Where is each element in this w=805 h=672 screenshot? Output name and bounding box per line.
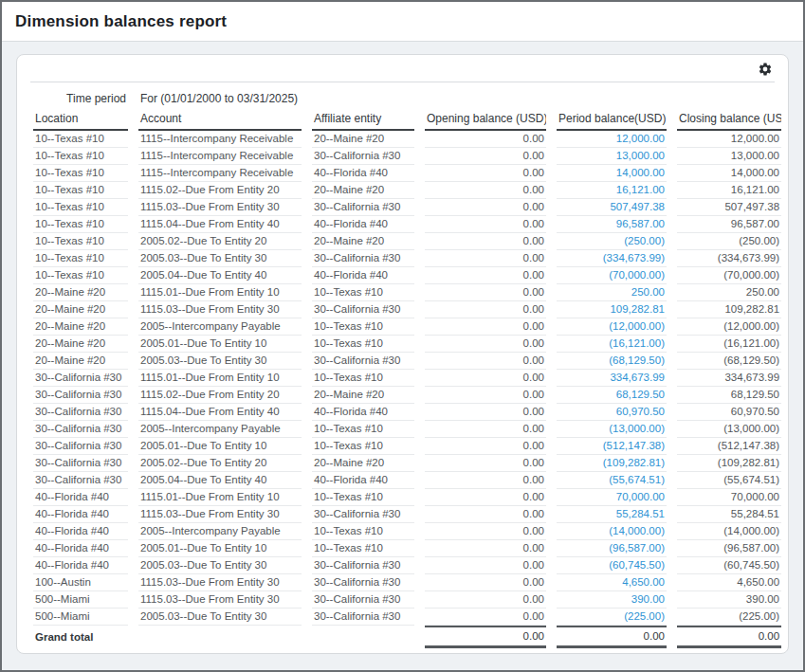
period-balance-link[interactable]: (334,673.99) bbox=[557, 250, 667, 267]
closing-balance-cell: (70,000.00) bbox=[677, 267, 781, 284]
period-balance-link[interactable]: (96,587.00) bbox=[557, 540, 667, 557]
affiliate-entity-cell: 30--California #30 bbox=[312, 506, 414, 523]
account-cell: 1115.04--Due From Entity 40 bbox=[138, 216, 302, 233]
period-balance-link[interactable]: 390.00 bbox=[557, 591, 667, 608]
period-balance-link[interactable]: (250.00) bbox=[557, 233, 667, 250]
period-balance-link[interactable]: 68,129.50 bbox=[557, 387, 667, 404]
period-balance-link[interactable]: 13,000.00 bbox=[557, 148, 667, 165]
time-period-value: For (01/01/2000 to 03/31/2025) bbox=[138, 88, 781, 110]
column-header-row: Location Account Affiliate entity Openin… bbox=[33, 110, 781, 131]
opening-balance-cell: 0.00 bbox=[425, 455, 546, 472]
table-row: 100--Austin1115.03--Due From Entity 3030… bbox=[33, 574, 781, 591]
account-cell: 2005.01--Due To Entity 10 bbox=[138, 336, 302, 353]
period-balance-link[interactable]: 334,673.99 bbox=[557, 370, 667, 387]
title-bar: Dimension balances report bbox=[2, 2, 803, 42]
account-cell: 2005--Intercompany Payable bbox=[138, 421, 302, 438]
period-balance-link[interactable]: 14,000.00 bbox=[557, 165, 667, 182]
table-row: 500--Miami2005.03--Due To Entity 3030--C… bbox=[33, 608, 781, 626]
account-cell: 2005.04--Due To Entity 40 bbox=[138, 472, 302, 489]
table-row: 20--Maine #201115.03--Due From Entity 30… bbox=[33, 301, 781, 318]
period-balance-link[interactable]: (109,282.81) bbox=[557, 455, 667, 472]
period-balance-link[interactable]: 507,497.38 bbox=[557, 199, 667, 216]
closing-balance-cell: 12,000.00 bbox=[677, 131, 781, 148]
table-row: 30--California #301115.02--Due From Enti… bbox=[33, 387, 781, 404]
opening-balance-cell: 0.00 bbox=[425, 336, 546, 353]
affiliate-entity-cell: 10--Texas #10 bbox=[312, 421, 414, 438]
time-period-row: Time period For (01/01/2000 to 03/31/202… bbox=[33, 88, 781, 110]
period-balance-link[interactable]: (225.00) bbox=[557, 608, 667, 626]
table-row: 20--Maine #202005--Intercompany Payable1… bbox=[33, 318, 781, 336]
time-period-label: Time period bbox=[33, 88, 128, 110]
location-cell: 40--Florida #40 bbox=[33, 523, 128, 540]
affiliate-entity-cell: 30--California #30 bbox=[312, 557, 414, 574]
period-balance-link[interactable]: 109,282.81 bbox=[557, 301, 667, 318]
table-row: 10--Texas #102005.04--Due To Entity 4040… bbox=[33, 267, 781, 284]
closing-balance-cell: (14,000.00) bbox=[677, 523, 781, 540]
period-balance-link[interactable]: (12,000.00) bbox=[557, 318, 667, 336]
period-balance-link[interactable]: (55,674.51) bbox=[557, 472, 667, 489]
closing-balance-cell: (109,282.81) bbox=[677, 455, 781, 472]
period-balance-link[interactable]: (60,745.50) bbox=[557, 557, 667, 574]
location-cell: 10--Texas #10 bbox=[33, 131, 128, 148]
period-balance-link[interactable]: 4,650.00 bbox=[557, 574, 667, 591]
period-balance-link[interactable]: (68,129.50) bbox=[557, 353, 667, 370]
period-balance-link[interactable]: 16,121.00 bbox=[557, 182, 667, 199]
closing-balance-cell: 109,282.81 bbox=[677, 301, 781, 318]
opening-balance-cell: 0.00 bbox=[425, 472, 546, 489]
account-cell: 2005--Intercompany Payable bbox=[138, 523, 302, 540]
period-balance-link[interactable]: 250.00 bbox=[557, 284, 667, 301]
gear-icon[interactable] bbox=[758, 62, 773, 77]
table-row: 20--Maine #202005.03--Due To Entity 3030… bbox=[33, 353, 781, 370]
affiliate-entity-cell: 10--Texas #10 bbox=[312, 540, 414, 557]
account-cell: 1115.02--Due From Entity 20 bbox=[138, 387, 302, 404]
opening-balance-cell: 0.00 bbox=[425, 370, 546, 387]
opening-balance-cell: 0.00 bbox=[425, 250, 546, 267]
table-row: 30--California #302005.04--Due To Entity… bbox=[33, 472, 781, 489]
period-balance-link[interactable]: 70,000.00 bbox=[557, 489, 667, 506]
account-cell: 1115.01--Due From Entity 10 bbox=[138, 370, 302, 387]
account-cell: 2005--Intercompany Payable bbox=[138, 318, 302, 336]
report-table-body: 10--Texas #101115--Intercompany Receivab… bbox=[33, 131, 781, 626]
grand-total-spacer bbox=[312, 626, 414, 648]
period-balance-link[interactable]: (70,000.00) bbox=[557, 267, 667, 284]
location-cell: 10--Texas #10 bbox=[33, 199, 128, 216]
column-header-opening-balance: Opening balance (USD) bbox=[425, 110, 546, 131]
period-balance-link[interactable]: 55,284.51 bbox=[557, 506, 667, 523]
location-cell: 100--Austin bbox=[33, 574, 128, 591]
period-balance-link[interactable]: 96,587.00 bbox=[557, 216, 667, 233]
affiliate-entity-cell: 30--California #30 bbox=[312, 574, 414, 591]
report-card: Time period For (01/01/2000 to 03/31/202… bbox=[16, 54, 789, 654]
affiliate-entity-cell: 10--Texas #10 bbox=[312, 284, 414, 301]
period-balance-link[interactable]: (16,121.00) bbox=[557, 336, 667, 353]
location-cell: 30--California #30 bbox=[33, 370, 128, 387]
opening-balance-cell: 0.00 bbox=[425, 233, 546, 250]
affiliate-entity-cell: 10--Texas #10 bbox=[312, 370, 414, 387]
affiliate-entity-cell: 10--Texas #10 bbox=[312, 489, 414, 506]
period-balance-link[interactable]: (13,000.00) bbox=[557, 421, 667, 438]
table-row: 10--Texas #101115--Intercompany Receivab… bbox=[33, 148, 781, 165]
period-balance-link[interactable]: 12,000.00 bbox=[557, 131, 667, 148]
location-cell: 10--Texas #10 bbox=[33, 250, 128, 267]
table-row: 10--Texas #101115--Intercompany Receivab… bbox=[33, 131, 781, 148]
table-row: 20--Maine #201115.01--Due From Entity 10… bbox=[33, 284, 781, 301]
period-balance-link[interactable]: (14,000.00) bbox=[557, 523, 667, 540]
opening-balance-cell: 0.00 bbox=[425, 387, 546, 404]
table-row: 30--California #301115.01--Due From Enti… bbox=[33, 370, 781, 387]
card-toolbar bbox=[17, 55, 788, 82]
opening-balance-cell: 0.00 bbox=[425, 523, 546, 540]
opening-balance-cell: 0.00 bbox=[425, 148, 546, 165]
closing-balance-cell: 70,000.00 bbox=[677, 489, 781, 506]
closing-balance-cell: (68,129.50) bbox=[677, 353, 781, 370]
affiliate-entity-cell: 10--Texas #10 bbox=[312, 523, 414, 540]
closing-balance-cell: 60,970.50 bbox=[677, 404, 781, 421]
closing-balance-cell: 96,587.00 bbox=[677, 216, 781, 233]
opening-balance-cell: 0.00 bbox=[425, 284, 546, 301]
location-cell: 20--Maine #20 bbox=[33, 301, 128, 318]
table-row: 20--Maine #202005.01--Due To Entity 1010… bbox=[33, 336, 781, 353]
account-cell: 1115--Intercompany Receivable bbox=[138, 148, 302, 165]
grand-total-opening-balance: 0.00 bbox=[425, 626, 546, 648]
affiliate-entity-cell: 30--California #30 bbox=[312, 199, 414, 216]
period-balance-link[interactable]: 60,970.50 bbox=[557, 404, 667, 421]
affiliate-entity-cell: 40--Florida #40 bbox=[312, 267, 414, 284]
period-balance-link[interactable]: (512,147.38) bbox=[557, 438, 667, 455]
